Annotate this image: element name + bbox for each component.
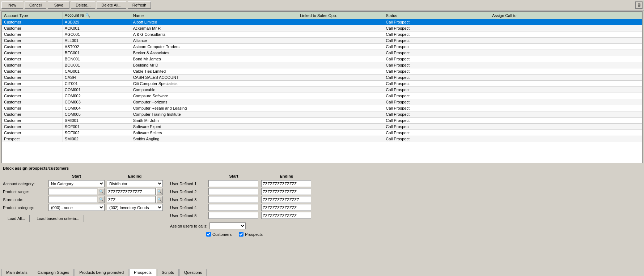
tab-main-details[interactable]: Main details <box>1 269 32 276</box>
account-category-end-select[interactable]: Distributor <box>107 180 163 187</box>
window-icon[interactable]: 🖥 <box>635 1 643 9</box>
prospects-checkbox[interactable] <box>239 232 243 237</box>
save-button[interactable]: Save <box>48 1 69 9</box>
ud-end-input-3[interactable] <box>261 196 311 203</box>
ud-ending-header: Ending <box>261 174 312 178</box>
tab-campaign-stages[interactable]: Campaign Stages <box>33 269 74 276</box>
ud-start-input-5[interactable] <box>208 212 258 219</box>
account-category-start-select[interactable]: No Category <box>48 180 105 187</box>
ud-start-input-4[interactable] <box>208 204 258 211</box>
store-code-end-input[interactable] <box>107 196 156 203</box>
product-range-start-group: 🔍 <box>48 188 105 195</box>
ud-start-input-3[interactable] <box>208 196 258 203</box>
ud-row-2: User Defined 2 <box>170 188 641 195</box>
store-code-start-input[interactable] <box>48 196 97 203</box>
user-defined-rows: User Defined 1User Defined 2User Defined… <box>170 180 641 220</box>
tab-questions[interactable]: Questions <box>179 269 207 276</box>
accounts-grid: Account Type Account Nr 🔍 Name Linked to… <box>1 11 643 163</box>
table-row[interactable]: CustomerBEC001Becker & AssociatesCall Pr… <box>2 50 642 56</box>
table-row[interactable]: CustomerSMI001Smith Mr JohnCall Prospect <box>2 118 642 124</box>
store-code-start-search-button[interactable]: 🔍 <box>98 196 105 203</box>
checkbox-row: Customers Prospects <box>170 232 641 237</box>
prospects-label: Prospects <box>245 232 263 237</box>
store-code-label: Store code: <box>3 198 46 202</box>
product-range-end-input[interactable] <box>107 188 156 195</box>
table-row[interactable]: CustomerCOM002Compsure SoftwareCall Pros… <box>2 93 642 99</box>
table-row[interactable]: CustomerCOM005Computer Training Institut… <box>2 111 642 118</box>
new-button[interactable]: New <box>1 1 23 9</box>
accounts-table: Account Type Account Nr 🔍 Name Linked to… <box>2 12 642 142</box>
table-row[interactable]: CustomerBON001Bond Mr JamesCall Prospect <box>2 56 642 62</box>
assign-users-select[interactable] <box>209 222 246 229</box>
ud-label-1: User Defined 1 <box>170 182 206 186</box>
table-header-row: Account Type Account Nr 🔍 Name Linked to… <box>2 12 642 19</box>
account-category-label: Account category: <box>3 182 46 186</box>
col-status: Status <box>384 12 490 19</box>
customers-label: Customers <box>212 232 232 237</box>
ud-end-input-1[interactable] <box>261 180 311 187</box>
table-row[interactable]: CustomerAGC001A & G ConsultantsCall Pros… <box>2 31 642 38</box>
delete-all-button[interactable]: Delete All... <box>97 1 126 9</box>
load-based-button[interactable]: Load based on criteria... <box>32 215 84 222</box>
table-row[interactable]: CustomerSOF002Software SellersCall Prosp… <box>2 130 642 136</box>
table-row[interactable]: ProspectSMI002Smiths AnglingCall Prospec… <box>2 136 642 142</box>
tab-scripts[interactable]: Scripts <box>157 269 179 276</box>
action-buttons: Load All... Load based on criteria... <box>3 215 163 222</box>
cancel-button[interactable]: Cancel <box>25 1 46 9</box>
delete-button[interactable]: Delete... <box>71 1 95 9</box>
table-row[interactable]: CustomerCOM003Computer HorizonsCall Pros… <box>2 99 642 105</box>
table-row[interactable]: CustomerCOM001CompucableCall Prospect <box>2 87 642 93</box>
product-category-start-select[interactable]: (000) - none <box>48 204 105 211</box>
ud-label-5: User Defined 5 <box>170 213 206 218</box>
form-area: Start Ending Account category: No Catego… <box>3 174 641 237</box>
store-code-end-search-button[interactable]: 🔍 <box>156 196 163 203</box>
ud-row-5: User Defined 5 <box>170 212 641 219</box>
tab-prospects[interactable]: Prospects <box>129 269 156 276</box>
table-row[interactable]: CustomerALL001AllianceCall Prospect <box>2 38 642 44</box>
col-account-type: Account Type <box>2 12 63 19</box>
customers-checkbox-item: Customers <box>206 232 232 237</box>
ud-end-input-5[interactable] <box>261 212 311 219</box>
search-icon[interactable]: 🔍 <box>85 13 90 17</box>
table-row[interactable]: CustomerABB029Albott LimitedCall Prospec… <box>2 19 642 25</box>
col-name: Name <box>131 12 298 19</box>
refresh-button[interactable]: Refresh <box>128 1 151 9</box>
assign-users-label: Assign users to calls: <box>170 224 207 228</box>
right-form: Start Ending User Defined 1User Defined … <box>170 174 641 237</box>
assign-users-row: Assign users to calls: <box>170 222 641 229</box>
product-category-label: Product category: <box>3 205 46 210</box>
ending-header: Ending <box>107 174 163 178</box>
ud-label-3: User Defined 3 <box>170 198 206 202</box>
start-header: Start <box>48 174 105 178</box>
ud-start-input-1[interactable] <box>208 180 258 187</box>
store-code-end-group: 🔍 <box>107 196 163 203</box>
ud-start-input-2[interactable] <box>208 188 258 195</box>
col-assign-call: Assign Call to <box>490 12 642 19</box>
table-row[interactable]: CustomerCAB001Cable Ties LimitedCall Pro… <box>2 68 642 75</box>
table-row[interactable]: CustomerCOM004Computer Resale and Leasin… <box>2 105 642 111</box>
bottom-section: Block assign prospects/customers Start E… <box>0 164 644 239</box>
ud-end-input-2[interactable] <box>261 188 311 195</box>
tab-products-being-promoted[interactable]: Products being promoted <box>75 269 128 276</box>
store-code-start-group: 🔍 <box>48 196 105 203</box>
ud-label-2: User Defined 2 <box>170 190 206 194</box>
ud-end-input-4[interactable] <box>261 204 311 211</box>
ud-start-header: Start <box>208 174 259 178</box>
table-row[interactable]: CustomerBOU001Boulding Mr DCall Prospect <box>2 62 642 68</box>
col-linked-sales: Linked to Sales Opp. <box>298 12 384 19</box>
table-row[interactable]: CustomerCASHCASH SALES ACCOUNTCall Prosp… <box>2 75 642 81</box>
load-all-button[interactable]: Load All... <box>3 215 30 222</box>
col-account-nr[interactable]: Account Nr 🔍 <box>63 12 131 19</box>
table-row[interactable]: CustomerCIT001Citi Computer SpecialistsC… <box>2 81 642 87</box>
block-title: Block assign prospects/customers <box>3 166 641 170</box>
table-row[interactable]: CustomerAST002Astcom Computer TradersCal… <box>2 44 642 50</box>
ud-row-4: User Defined 4 <box>170 204 641 211</box>
table-row[interactable]: CustomerACK001Ackerman Mr RCall Prospect <box>2 25 642 31</box>
prospects-checkbox-item: Prospects <box>239 232 263 237</box>
table-row[interactable]: CustomerSOF001Software ExpertCall Prospe… <box>2 124 642 130</box>
product-range-start-input[interactable] <box>48 188 97 195</box>
product-range-start-search-button[interactable]: 🔍 <box>98 188 105 195</box>
product-category-end-select[interactable]: (002) Inventory Goods <box>107 204 163 211</box>
customers-checkbox[interactable] <box>206 232 211 237</box>
product-range-end-search-button[interactable]: 🔍 <box>156 188 163 195</box>
